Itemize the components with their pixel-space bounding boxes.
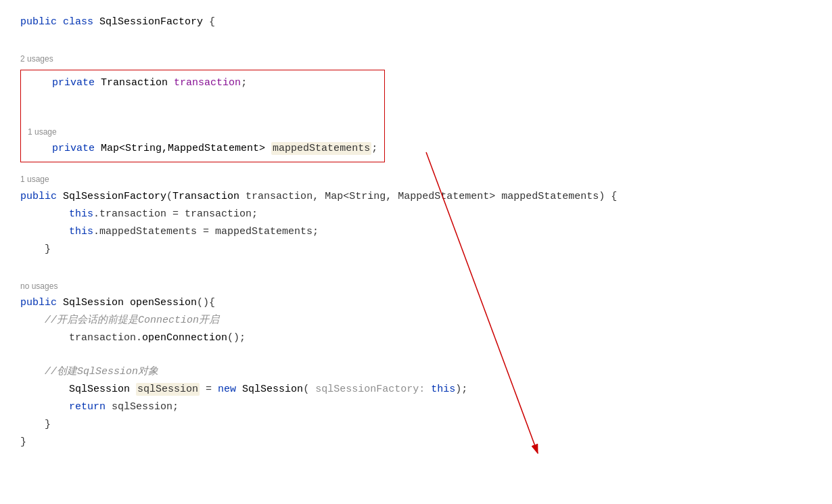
usage-hint-1b: 1 usage: [20, 168, 812, 187]
open-session-comment2: //创建SqlSession对象: [20, 363, 812, 381]
code-area: public class SqlSessionFactory { 2 usage…: [20, 14, 812, 451]
open-session-return: return sqlSession;: [20, 398, 812, 416]
class-close: }: [20, 434, 812, 451]
usage-hint-1a: 1 usage: [28, 124, 377, 140]
open-session-line2: SqlSession sqlSession = new SqlSession( …: [20, 381, 812, 398]
constructor-close: }: [20, 241, 812, 258]
field-mapped-statements: private Map<String,MappedStatement> mapp…: [28, 140, 377, 158]
class-declaration: public class SqlSessionFactory {: [20, 14, 812, 31]
constructor-signature: public SqlSessionFactory(Transaction tra…: [20, 188, 812, 206]
usage-hint-2: 2 usages: [20, 47, 812, 67]
field-transaction: private Transaction transaction;: [28, 74, 377, 92]
open-session-signature: public SqlSession openSession(){: [20, 294, 812, 312]
open-session-close: }: [20, 416, 812, 434]
constructor-line1: this.transaction = transaction;: [20, 206, 812, 223]
usage-hint-none: no usages: [20, 275, 812, 294]
open-session-comment1: //开启会话的前提是Connection开启: [20, 312, 812, 329]
open-session-line1: transaction.openConnection();: [20, 329, 812, 347]
red-box-fields: private Transaction transaction; 1 usage…: [20, 70, 385, 162]
constructor-line2: this.mappedStatements = mappedStatements…: [20, 223, 812, 241]
